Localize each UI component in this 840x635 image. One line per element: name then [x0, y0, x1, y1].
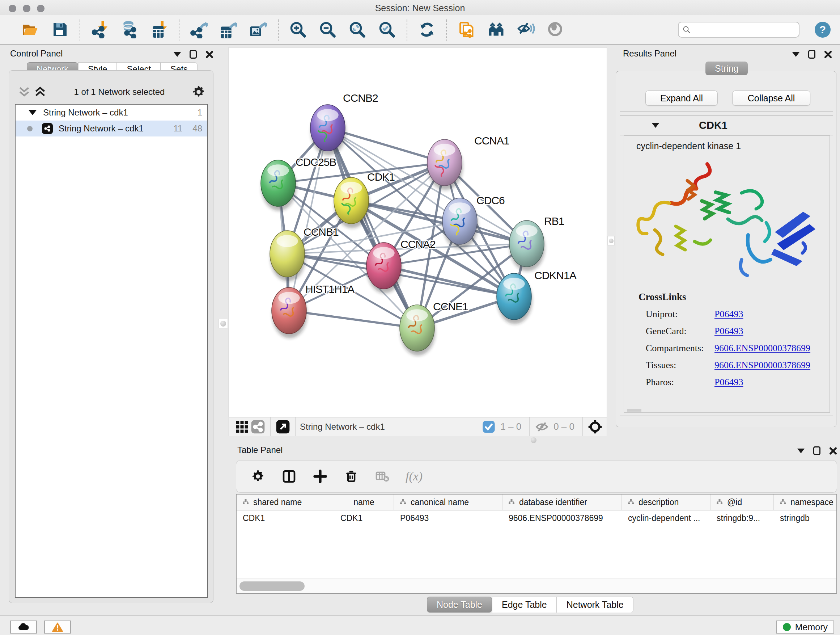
table-row[interactable]: CDK1CDK1P064939606.ENSP00000378699cyclin… — [237, 510, 836, 526]
crosslink-link[interactable]: P06493 — [714, 377, 743, 388]
node-CCNB1[interactable] — [270, 231, 305, 281]
gene-card-header[interactable]: CDK1 — [620, 116, 833, 135]
export-table-icon[interactable] — [219, 20, 238, 39]
crosslink-link[interactable]: 9606.ENSP00000378699 — [714, 360, 810, 371]
maximize-panel-icon[interactable] — [808, 50, 815, 59]
node-CCNE1[interactable] — [400, 305, 435, 356]
column-header-database-identifier[interactable]: database identifier — [502, 494, 622, 510]
warnings-button[interactable] — [44, 621, 71, 633]
edge-CCNB2-CCNE1[interactable] — [328, 128, 417, 328]
table-cell[interactable]: CDK1 — [334, 513, 394, 523]
float-panel-icon[interactable] — [797, 448, 805, 453]
import-table-icon[interactable] — [150, 20, 169, 39]
copy-network-icon[interactable] — [457, 20, 476, 39]
float-panel-icon[interactable] — [792, 52, 799, 57]
import-database-icon[interactable] — [120, 20, 139, 39]
grid-view-icon[interactable] — [234, 419, 250, 435]
table-cell[interactable]: CDK1 — [237, 513, 334, 523]
network-badge-gray-icon[interactable] — [250, 419, 266, 435]
node-CDC25B[interactable] — [261, 160, 296, 211]
save-icon[interactable] — [51, 20, 69, 39]
table-cell[interactable]: stringdb — [774, 513, 837, 523]
birdseye-eye-icon[interactable] — [546, 20, 565, 39]
selected-checkbox-icon[interactable] — [481, 419, 497, 435]
import-network-icon[interactable] — [90, 20, 109, 39]
column-header-@id[interactable]: @id — [711, 494, 774, 510]
zoom-in-icon[interactable] — [289, 20, 308, 39]
close-panel-icon[interactable] — [205, 50, 213, 58]
help-icon[interactable]: ? — [815, 22, 831, 38]
network-view-canvas[interactable]: CCNB2CCNA1CDC25BCDK1CDC6RB1CCNB1CCNA2CDK… — [229, 47, 607, 417]
node-CCNA1[interactable] — [427, 139, 463, 190]
crosslink-link[interactable]: P06493 — [714, 309, 743, 320]
node-table[interactable]: shared namenamecanonical namedatabase id… — [236, 494, 837, 594]
maximize-panel-icon[interactable] — [813, 447, 821, 455]
node-RB1[interactable] — [509, 220, 545, 271]
edge-HIST1H1A-CCNE1[interactable] — [289, 310, 417, 328]
crosslink-link[interactable]: 9606.ENSP00000378699 — [714, 343, 810, 354]
collapse-gene-icon[interactable] — [652, 123, 659, 128]
edge-count: 48 — [193, 124, 202, 134]
table-cell[interactable]: P06493 — [394, 513, 502, 523]
toolbar-group — [407, 20, 447, 39]
column-header-shared-name[interactable]: shared name — [237, 494, 334, 510]
refresh-icon[interactable] — [417, 20, 436, 39]
cloud-status-button[interactable] — [10, 621, 37, 633]
node-CDKN1A[interactable] — [497, 273, 532, 324]
birdseye-view-icon[interactable] — [275, 419, 291, 435]
network-tree: String Network – cdk1 1 String Network –… — [15, 104, 208, 598]
search-input[interactable] — [691, 25, 795, 35]
homes-icon[interactable] — [487, 20, 506, 39]
crosslink-link[interactable]: P06493 — [714, 326, 743, 337]
float-panel-icon[interactable] — [174, 52, 181, 57]
table-cell[interactable]: cyclin-dependent ... — [622, 513, 711, 523]
table-hscrollbar-thumb[interactable] — [240, 581, 305, 591]
close-panel-icon[interactable] — [824, 50, 832, 58]
show-columns-icon[interactable] — [281, 469, 297, 485]
gene-result-card: CDK1 cyclin-dependent kinase 1 — [620, 116, 833, 416]
expand-all-button[interactable]: Expand All — [645, 90, 718, 106]
zoom-out-icon[interactable] — [318, 20, 337, 39]
table-cell[interactable]: 9606.ENSP00000378699 — [502, 513, 622, 523]
node-CCNB2[interactable] — [310, 105, 346, 155]
tab-node-table[interactable]: Node Table — [427, 597, 492, 613]
tree-expand-icon[interactable] — [28, 110, 36, 115]
left-splitter-handle[interactable] — [218, 319, 228, 328]
node-CDC6[interactable] — [442, 198, 478, 249]
results-hscrollbar[interactable] — [627, 409, 641, 412]
search-box[interactable] — [678, 22, 799, 38]
zoom-selected-icon[interactable] — [378, 20, 396, 39]
memory-button[interactable]: Memory — [776, 621, 834, 633]
node-CCNA2[interactable] — [366, 242, 402, 293]
node-CDK1[interactable] — [334, 177, 369, 228]
column-header-canonical-name[interactable]: canonical name — [394, 494, 502, 510]
tab-edge-table[interactable]: Edge Table — [492, 597, 557, 613]
tab-string[interactable]: String — [706, 62, 748, 75]
column-header-name[interactable]: name — [334, 494, 394, 510]
network-options-gear-icon[interactable] — [191, 84, 207, 100]
node-HIST1H1A[interactable] — [272, 287, 307, 338]
export-network-icon[interactable] — [189, 20, 208, 39]
maximize-panel-icon[interactable] — [189, 50, 197, 59]
column-header-namespace[interactable]: namespace — [774, 494, 837, 510]
add-column-icon[interactable] — [312, 469, 328, 485]
expand-tree-icon[interactable] — [32, 84, 48, 100]
column-header-description[interactable]: description — [622, 494, 711, 510]
close-panel-icon[interactable] — [829, 447, 837, 455]
zoom-fit-icon[interactable] — [348, 20, 367, 39]
toggle-graphics-details-icon[interactable] — [516, 20, 535, 39]
collapse-all-button[interactable]: Collapse All — [732, 90, 810, 106]
table-options-gear-icon[interactable] — [250, 469, 266, 485]
table-hscrollbar-track[interactable] — [237, 578, 836, 593]
delete-column-icon[interactable] — [343, 469, 359, 485]
collapse-tree-icon[interactable] — [16, 84, 32, 100]
right-splitter-handle[interactable] — [607, 236, 615, 245]
export-image-icon[interactable] — [249, 20, 268, 39]
network-row[interactable]: String Network – cdk1 11 48 — [16, 120, 207, 136]
network-collection-row[interactable]: String Network – cdk1 1 — [16, 105, 207, 120]
tab-network-table[interactable]: Network Table — [557, 597, 633, 613]
table-cell[interactable]: stringdb:9... — [711, 513, 774, 523]
node-position-crosshair-icon[interactable] — [587, 419, 603, 435]
open-file-icon[interactable] — [21, 20, 40, 39]
main-toolbar: ? — [0, 15, 840, 45]
